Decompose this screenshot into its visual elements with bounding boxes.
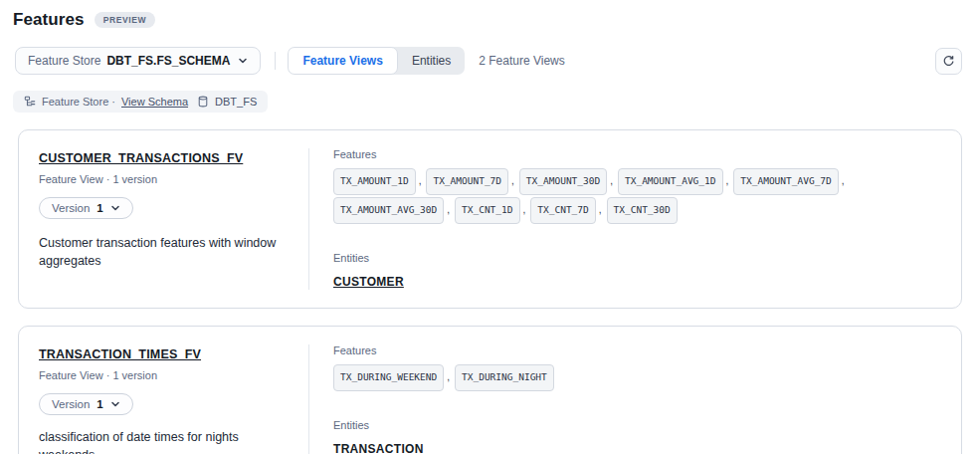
- entity-link-list: TRANSACTION: [333, 439, 941, 454]
- chip-separator: ,: [726, 175, 729, 186]
- breadcrumb-prefix: Feature Store ·: [42, 96, 115, 108]
- toolbar: Feature Store DBT_FS.FS_SCHEMA Feature V…: [15, 47, 962, 75]
- feature-chip: TX_CNT_1D: [455, 197, 519, 224]
- breadcrumb: Feature Store · View Schema DBT_FS: [13, 91, 268, 113]
- entities-label: Entities: [333, 252, 941, 264]
- chip-separator: ,: [842, 175, 845, 186]
- feature-view-meta: Feature View · 1 version: [39, 369, 289, 381]
- feature-chip: TX_CNT_7D: [530, 197, 595, 224]
- chip-separator: ,: [523, 204, 526, 215]
- feature-view-title-link[interactable]: TRANSACTION_TIMES_FV: [39, 347, 201, 361]
- chip-separator: ,: [447, 204, 450, 215]
- feature-view-card: TRANSACTION_TIMES_FV Feature View · 1 ve…: [18, 326, 962, 454]
- version-dropdown[interactable]: Version 1: [39, 197, 133, 219]
- feature-chip: TX_AMOUNT_1D: [333, 168, 416, 195]
- view-switcher: Feature Views Entities: [288, 47, 465, 75]
- version-label: Version: [52, 398, 90, 410]
- feature-chip-list: TX_AMOUNT_1D,TX_AMOUNT_7D,TX_AMOUNT_30D,…: [333, 167, 941, 225]
- chip-separator: ,: [419, 175, 422, 186]
- feature-chip: TX_DURING_WEEKEND: [333, 364, 444, 391]
- chip-separator: ,: [599, 204, 602, 215]
- chevron-down-icon: [238, 56, 248, 66]
- refresh-icon: [942, 55, 955, 68]
- feature-store-select[interactable]: Feature Store DBT_FS.FS_SCHEMA: [15, 47, 261, 75]
- feature-chip: TX_AMOUNT_AVG_30D: [333, 197, 444, 224]
- card-right-column: Features TX_DURING_WEEKEND,TX_DURING_NIG…: [309, 344, 961, 454]
- database-icon: [197, 96, 209, 108]
- feature-chip: TX_CNT_30D: [607, 197, 678, 224]
- version-dropdown[interactable]: Version 1: [39, 393, 133, 415]
- entity-link[interactable]: CUSTOMER: [333, 275, 404, 289]
- card-left-column: TRANSACTION_TIMES_FV Feature View · 1 ve…: [19, 344, 309, 454]
- breadcrumb-database: DBT_FS: [215, 96, 257, 108]
- schema-icon: [24, 96, 36, 108]
- feature-store-label: Feature Store: [28, 54, 100, 68]
- entity-link-list: CUSTOMER: [333, 272, 941, 290]
- chevron-down-icon: [110, 203, 120, 213]
- view-schema-link[interactable]: View Schema: [121, 96, 188, 108]
- entities-label: Entities: [333, 419, 941, 431]
- version-value: 1: [97, 202, 102, 214]
- toolbar-divider: [275, 52, 276, 70]
- chevron-down-icon: [110, 399, 120, 409]
- feature-views-count: 2 Feature Views: [479, 54, 565, 68]
- feature-chip: TX_AMOUNT_7D: [426, 168, 508, 195]
- feature-store-value: DBT_FS.FS_SCHEMA: [106, 54, 230, 68]
- version-value: 1: [97, 398, 102, 410]
- chip-separator: ,: [511, 175, 514, 186]
- tab-feature-views[interactable]: Feature Views: [288, 47, 397, 75]
- entity-link[interactable]: TRANSACTION: [333, 442, 424, 454]
- chip-separator: ,: [447, 371, 450, 382]
- feature-view-card: CUSTOMER_TRANSACTIONS_FV Feature View · …: [18, 129, 962, 309]
- page-header: Features PREVIEW: [13, 10, 980, 30]
- features-label: Features: [333, 148, 941, 160]
- card-right-column: Features TX_AMOUNT_1D,TX_AMOUNT_7D,TX_AM…: [309, 148, 961, 290]
- refresh-button[interactable]: [935, 48, 962, 75]
- feature-chip: TX_AMOUNT_30D: [519, 168, 607, 195]
- chip-separator: ,: [610, 175, 613, 186]
- feature-view-description: classification of date times for nights …: [39, 428, 289, 454]
- feature-view-meta: Feature View · 1 version: [39, 173, 289, 185]
- features-label: Features: [333, 344, 941, 356]
- feature-chip-list: TX_DURING_WEEKEND,TX_DURING_NIGHT: [333, 363, 941, 392]
- version-label: Version: [52, 202, 90, 214]
- card-left-column: CUSTOMER_TRANSACTIONS_FV Feature View · …: [19, 148, 309, 290]
- feature-view-title-link[interactable]: CUSTOMER_TRANSACTIONS_FV: [39, 151, 243, 165]
- feature-view-list: CUSTOMER_TRANSACTIONS_FV Feature View · …: [18, 129, 962, 454]
- page-title: Features: [13, 10, 85, 30]
- feature-view-description: Customer transaction features with windo…: [39, 234, 286, 270]
- feature-chip: TX_AMOUNT_AVG_1D: [618, 168, 723, 195]
- feature-chip: TX_AMOUNT_AVG_7D: [733, 168, 839, 195]
- preview-badge: PREVIEW: [95, 12, 155, 28]
- feature-chip: TX_DURING_NIGHT: [455, 364, 554, 391]
- tab-entities[interactable]: Entities: [398, 47, 465, 75]
